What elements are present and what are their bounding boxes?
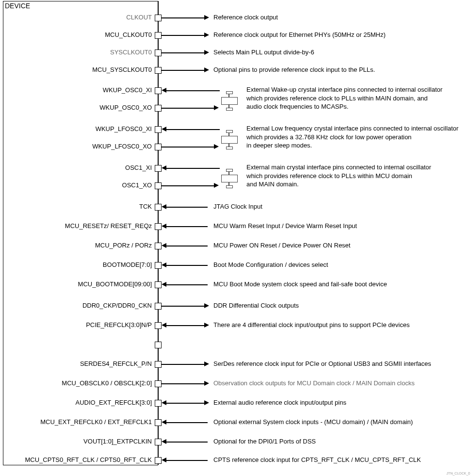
pin-row: TCKJTAG Clock Input [0, 203, 472, 213]
pin-box [155, 457, 162, 464]
pin-label: MCU_EXT_REFCLK0 / EXT_REFCLK1 [40, 418, 152, 426]
pin-label: PCIE_REFCLK[3:0]N/P [86, 321, 152, 328]
pin-row: OSC1_XO [0, 181, 472, 191]
pin-desc: External audio reference clock input/out… [213, 399, 346, 406]
pin-row: PCIE_REFCLK[3:0]N/PThere are 4 different… [0, 321, 472, 331]
pin-row: SYSCLKOUT0Selects Main PLL output divide… [0, 49, 472, 58]
pin-label: MCU_CPTS0_RFT_CLK / CPTS0_RFT_CLK [25, 456, 152, 463]
pin-desc: There are 4 differential clock input/out… [213, 321, 409, 328]
pin-box [155, 223, 162, 230]
pin-desc: CPTS reference clock input for CPTS_RFT_… [213, 456, 421, 463]
pin-box [155, 400, 162, 407]
pin-box [155, 243, 162, 249]
device-label: DEVICE [5, 2, 30, 10]
pin-desc: Reference clock output [213, 14, 278, 21]
pin-box [155, 361, 162, 368]
pin-label: MCU_SYSCLKOUT0 [92, 66, 152, 73]
pin-row: CLKOUTReference clock output [0, 14, 472, 23]
pin-box [155, 67, 162, 74]
pin-row: DDR0_CKP/DDR0_CKNDDR Differential Clock … [0, 302, 472, 312]
footer-id: JTN_CLOCK_0 [446, 472, 470, 475]
pin-box [155, 204, 162, 211]
pin-row: BOOTMODE[7:0]Boot Mode Configuration / d… [0, 261, 472, 271]
pin-label: MCU_OBSCLK0 / OBSCLK[2:0] [62, 379, 152, 387]
pin-row: WKUP_OSC0_XO [0, 104, 472, 114]
pin-box [155, 439, 162, 445]
pin-desc: JTAG Clock Input [213, 203, 262, 210]
pin-row: MCU_SYSCLKOUT0Optional pins to provide r… [0, 66, 472, 76]
pin-box [155, 419, 162, 426]
pin-label: DDR0_CKP/DDR0_CKN [82, 302, 152, 309]
pin-label: MCU_PORz / PORz [95, 242, 152, 249]
pin-label: WKUP_LFOSC0_XO [92, 143, 152, 150]
pin-desc: Observation clock outputs for MCU Domain… [213, 379, 415, 387]
pin-label: CLKOUT [126, 14, 152, 21]
pin-box [155, 322, 162, 329]
pin-label: TCK [139, 203, 152, 210]
pin-label: MCU_RESETz/ RESET_REQz [65, 222, 152, 230]
pin-box [155, 303, 162, 310]
pin-label: SERDES4_REFCLK_P/N [80, 360, 152, 367]
pin-row: MCU_CLKOUT0Reference clock output for Et… [0, 31, 472, 41]
pin-label: OSC1_XO [122, 181, 152, 189]
pin-box [155, 262, 162, 269]
pin-box [155, 182, 162, 189]
pin-desc: Optional external System clock inputs - … [213, 418, 413, 426]
pin-desc: Optional for the DPI0/1 Ports of DSS [213, 438, 316, 445]
pin-box [155, 87, 162, 94]
pin-box [155, 144, 162, 150]
pin-desc: Optional pins to provide reference clock… [213, 66, 375, 73]
pin-box [155, 32, 162, 39]
pin-row: MCU_OBSCLK0 / OBSCLK[2:0]Observation clo… [0, 379, 472, 389]
pin-label: MCU_CLKOUT0 [105, 31, 152, 38]
pin-label: BOOTMODE[7:0] [103, 261, 152, 268]
pin-label: AUDIO_EXT_REFCLK[3:0] [76, 399, 152, 406]
pin-box [155, 281, 162, 288]
pin-row: MCU_EXT_REFCLK0 / EXT_REFCLK1Optional ex… [0, 418, 472, 428]
pin-box [155, 49, 162, 56]
pin-label: OSC1_XI [125, 164, 152, 171]
pin-desc: MCU Warm Reset Input / Device Warm Reset… [213, 222, 357, 230]
pin-box [155, 380, 162, 387]
pin-desc: Boot Mode Configuration / devices select [213, 261, 328, 268]
pin-box [155, 165, 162, 172]
pin-row: VOUT[1:0]_EXTPCLKINOptional for the DPI0… [0, 438, 472, 447]
pin-desc: MCU Boot Mode system clock speed and fai… [213, 280, 387, 288]
pin-box [155, 15, 162, 21]
pin-box [155, 126, 162, 133]
pin-label: WKUP_OSC0_XI [103, 86, 152, 94]
pin-desc: Selects Main PLL output divide-by-6 [213, 49, 314, 56]
pin-row: AUDIO_EXT_REFCLK[3:0]External audio refe… [0, 399, 472, 409]
pin-row [0, 341, 472, 350]
pin-label: SYSCLKOUT0 [110, 49, 152, 56]
pin-row: WKUP_LFOSC0_XO [0, 143, 472, 152]
pin-label: WKUP_OSC0_XO [99, 104, 152, 111]
pin-row: SERDES4_REFCLK_P/NSerDes reference clock… [0, 360, 472, 370]
pin-row: MCU_RESETz/ RESET_REQzMCU Warm Reset Inp… [0, 222, 472, 232]
pin-box [155, 105, 162, 112]
pin-label: WKUP_LFOSC0_XI [96, 125, 152, 132]
pin-label: VOUT[1:0]_EXTPCLKIN [83, 438, 152, 445]
pin-desc: DDR Differential Clock outputs [213, 302, 299, 309]
pin-desc: MCU Power ON Reset / Device Power ON Res… [213, 242, 350, 249]
pin-row: MCU_BOOTMODE[09:00]MCU Boot Mode system … [0, 280, 472, 290]
pin-desc: SerDes reference clock input for PCIe or… [213, 360, 431, 367]
pin-desc: Reference clock output for Ethernet PHYs… [213, 31, 386, 38]
pin-label: MCU_BOOTMODE[09:00] [78, 280, 152, 288]
pin-box [155, 342, 162, 348]
pin-row: MCU_PORz / PORzMCU Power ON Reset / Devi… [0, 242, 472, 251]
pin-row: MCU_CPTS0_RFT_CLK / CPTS0_RFT_CLKCPTS re… [0, 456, 472, 466]
